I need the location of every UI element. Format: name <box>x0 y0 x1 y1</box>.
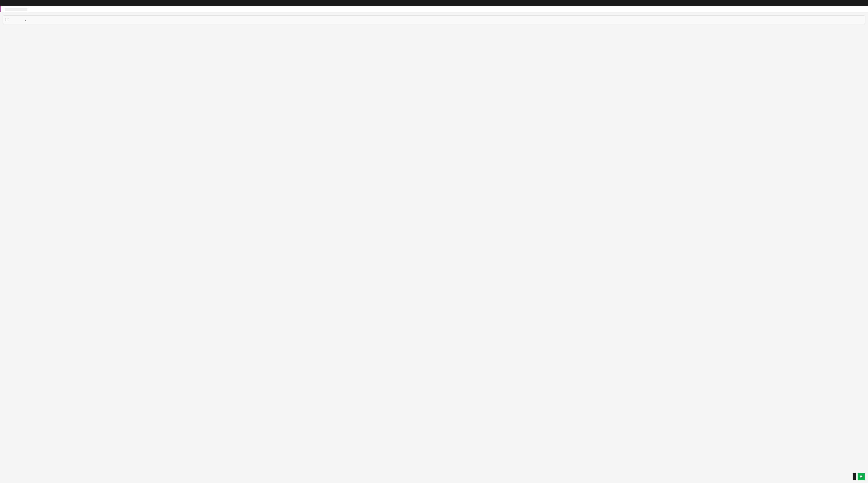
col-last-polled[interactable] <box>456 16 667 24</box>
col-interval[interactable] <box>265 16 361 24</box>
page-header <box>0 6 868 12</box>
top-nav <box>0 0 868 6</box>
server-title-blur <box>5 8 27 11</box>
select-all-checkbox[interactable] <box>5 18 8 21</box>
col-actions <box>756 16 865 24</box>
col-threshold[interactable] <box>361 16 456 24</box>
col-value[interactable] <box>667 16 756 24</box>
sort-asc-icon: ▲ <box>25 19 27 21</box>
monitors-panel: ▲ <box>3 15 865 24</box>
monitors-table: ▲ <box>3 16 865 24</box>
col-monitors[interactable]: ▲ <box>23 16 169 24</box>
col-protocol[interactable] <box>169 16 265 24</box>
